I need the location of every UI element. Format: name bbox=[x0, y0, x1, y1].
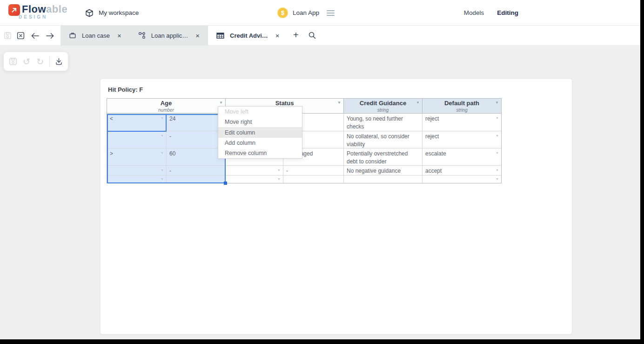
filter-icon[interactable]: ▼ bbox=[219, 101, 223, 105]
filter-icon[interactable]: ▼ bbox=[337, 101, 341, 105]
logo-wordmark: Flowable bbox=[22, 3, 67, 15]
nav-models[interactable]: Models bbox=[464, 9, 484, 16]
cell-age-value[interactable]: - bbox=[167, 166, 226, 175]
toolbar-divider bbox=[49, 56, 50, 67]
redo-icon[interactable]: ↻ bbox=[36, 56, 45, 67]
download-button[interactable] bbox=[54, 56, 63, 67]
dropdown-icon[interactable]: ▼ bbox=[496, 177, 499, 182]
menu-item-move-right[interactable]: Move right bbox=[218, 117, 302, 127]
cube-icon bbox=[85, 8, 94, 18]
filter-icon[interactable]: ▼ bbox=[495, 101, 499, 105]
filter-icon[interactable]: ▼ bbox=[416, 101, 420, 105]
cell-default-path[interactable]: escalate▼ bbox=[423, 148, 501, 166]
workspace-selector[interactable]: My workspace bbox=[85, 0, 139, 26]
cell-credit-guidance[interactable]: Young, so need further checks bbox=[344, 114, 423, 131]
cell-age-operator[interactable]: ▼ bbox=[107, 166, 167, 175]
app-menu-icon[interactable] bbox=[327, 10, 335, 16]
menu-item-edit-column[interactable]: Edit column bbox=[218, 127, 302, 137]
menu-item-add-column[interactable]: Add column bbox=[218, 138, 302, 148]
cell-age-value[interactable] bbox=[167, 175, 226, 183]
close-all-tabs-button[interactable] bbox=[16, 31, 25, 40]
dropdown-icon[interactable]: ▼ bbox=[496, 151, 499, 155]
decision-table: Age number ▼ Status ▼ Credit Guidance st… bbox=[107, 98, 502, 183]
tab-loan-application[interactable]: Loan applic… × bbox=[130, 26, 208, 45]
close-icon[interactable]: × bbox=[194, 31, 201, 40]
dropdown-icon[interactable]: ▼ bbox=[161, 116, 164, 121]
save-all-button[interactable] bbox=[3, 31, 12, 40]
cell-credit-guidance[interactable]: No collateral, so consider viability bbox=[344, 131, 423, 148]
cell-age-value[interactable]: - bbox=[167, 131, 226, 148]
cell-default-path[interactable]: reject▼ bbox=[423, 114, 501, 131]
menu-item-move-left[interactable]: Move left bbox=[218, 107, 302, 117]
decision-table-header: Age number ▼ Status ▼ Credit Guidance st… bbox=[107, 99, 501, 114]
column-header-credit-guidance[interactable]: Credit Guidance string ▼ bbox=[344, 99, 423, 114]
top-header: Flowable DESIGN My workspace $ Loan App … bbox=[0, 0, 640, 26]
cell-age-operator[interactable]: ▼ bbox=[107, 131, 167, 148]
tab-label: Loan case bbox=[82, 32, 110, 39]
tab-strip: Loan case × Loan applic… × Credit Advi… … bbox=[0, 26, 640, 46]
decision-table-body: <▼ 24 ▼ Young, so need further checks re… bbox=[107, 114, 501, 183]
inactive-tabs-group: Loan case × Loan applic… × bbox=[60, 26, 208, 45]
decision-table-card: Hit Policy: F Age number ▼ Status ▼ Cred… bbox=[100, 78, 572, 335]
save-button[interactable] bbox=[8, 56, 17, 67]
cell-age-operator[interactable]: <▼ bbox=[107, 114, 167, 131]
close-icon[interactable]: × bbox=[274, 31, 282, 40]
cell-credit-guidance[interactable]: No negative guidance bbox=[344, 166, 423, 175]
dropdown-icon[interactable]: ▼ bbox=[496, 116, 499, 121]
cell-status-value[interactable]: - bbox=[283, 166, 344, 175]
undo-icon[interactable]: ↺ bbox=[22, 56, 31, 67]
cell-age-value[interactable]: 24 bbox=[167, 114, 226, 131]
workspace-label: My workspace bbox=[99, 9, 139, 16]
cell-age-operator[interactable]: ▼ bbox=[107, 175, 167, 183]
dropdown-icon[interactable]: ▼ bbox=[161, 168, 164, 173]
cell-status-operator[interactable]: ▼ bbox=[226, 166, 283, 175]
dropdown-icon[interactable]: ▼ bbox=[496, 134, 499, 138]
dropdown-icon[interactable]: ▼ bbox=[161, 177, 164, 182]
app-window: Flowable DESIGN My workspace $ Loan App … bbox=[0, 0, 640, 339]
hit-policy-label: Hit Policy: F bbox=[108, 86, 143, 93]
cell-default-path[interactable]: reject▼ bbox=[423, 131, 501, 148]
column-header-age[interactable]: Age number ▼ bbox=[107, 99, 226, 114]
dropdown-icon[interactable]: ▼ bbox=[496, 168, 499, 173]
app-switcher: $ Loan App bbox=[277, 0, 335, 26]
search-icon[interactable] bbox=[308, 31, 316, 40]
cell-age-value[interactable]: 60 bbox=[167, 148, 226, 166]
tab-credit-advice[interactable]: Credit Advi… × bbox=[208, 26, 288, 45]
dropdown-icon[interactable]: ▼ bbox=[161, 151, 164, 155]
tab-label: Credit Advi… bbox=[230, 32, 268, 39]
cell-status-operator[interactable]: ▼ bbox=[226, 175, 283, 183]
close-icon[interactable]: × bbox=[115, 31, 123, 40]
selection-fill-handle[interactable] bbox=[224, 182, 227, 185]
tab-loan-case[interactable]: Loan case × bbox=[60, 26, 130, 45]
tab-label: Loan applic… bbox=[151, 32, 188, 39]
new-tab-button[interactable]: + bbox=[293, 30, 299, 40]
dropdown-icon[interactable]: ▼ bbox=[277, 168, 281, 173]
cell-age-operator[interactable]: >▼ bbox=[107, 148, 167, 166]
app-name-label: Loan App bbox=[293, 9, 319, 16]
flowable-logo: Flowable bbox=[8, 3, 67, 16]
dropdown-icon[interactable]: ▼ bbox=[277, 177, 281, 182]
back-arrow-button[interactable] bbox=[31, 31, 40, 40]
dropdown-icon[interactable]: ▼ bbox=[161, 134, 164, 138]
column-context-menu: Move left Move right Edit column Add col… bbox=[218, 106, 302, 159]
cell-default-path[interactable]: accept▼ bbox=[423, 166, 501, 175]
logo-subtitle: DESIGN bbox=[19, 14, 47, 20]
cell-status-value[interactable] bbox=[283, 175, 344, 183]
cell-default-path[interactable]: ▼ bbox=[423, 175, 501, 183]
nav-editing[interactable]: Editing bbox=[497, 9, 518, 16]
column-header-default-path[interactable]: Default path string ▼ bbox=[423, 99, 501, 114]
loan-app-icon: $ bbox=[277, 7, 288, 18]
header-nav: Models Editing bbox=[464, 0, 518, 26]
cell-credit-guidance[interactable] bbox=[344, 175, 423, 183]
forward-arrow-button[interactable] bbox=[46, 31, 54, 40]
editor-toolbar: ↺ ↻ bbox=[4, 52, 68, 71]
menu-item-remove-column[interactable]: Remove column bbox=[218, 148, 302, 158]
cell-credit-guidance[interactable]: Potentially overstretched debt to consid… bbox=[344, 148, 423, 166]
case-model-icon bbox=[138, 32, 146, 39]
decision-table-icon bbox=[216, 32, 224, 39]
briefcase-icon bbox=[69, 32, 76, 39]
